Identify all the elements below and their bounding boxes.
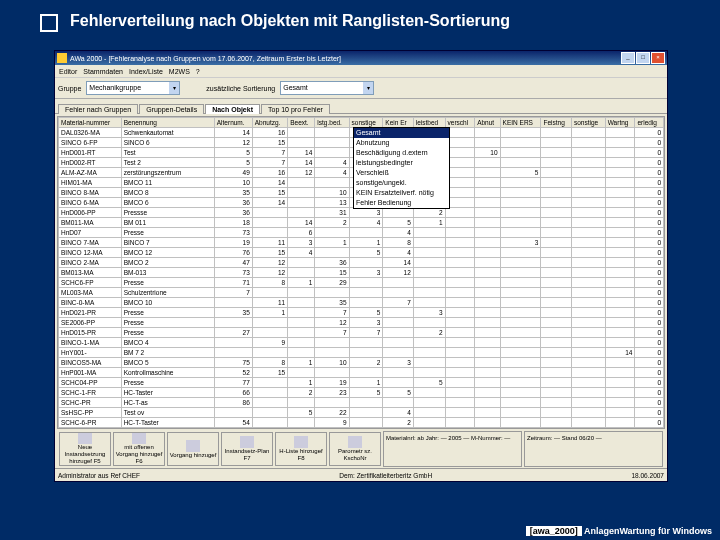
- app-icon: [57, 53, 67, 63]
- info-box-2: Zeitraum: — Stand 06/20 —: [524, 431, 663, 467]
- column-header[interactable]: leistbed: [413, 118, 445, 128]
- tab-gruppen-details[interactable]: Gruppen-Details: [139, 104, 204, 114]
- dropdown-item[interactable]: Gesamt: [354, 128, 449, 138]
- gruppe-label: Gruppe: [58, 85, 81, 92]
- tool-icon: [186, 440, 200, 452]
- column-header[interactable]: sonstige: [349, 118, 383, 128]
- tool-icon: [240, 436, 254, 448]
- column-header[interactable]: erledig: [635, 118, 664, 128]
- btn-instand-plan[interactable]: Instandsetz-Plan F7: [221, 432, 273, 466]
- tab-nach-objekt[interactable]: Nach Objekt: [205, 104, 260, 114]
- menu-item[interactable]: Stammdaten: [83, 68, 123, 75]
- table-row[interactable]: SCHC-1-FRHC-Taster66223550: [59, 388, 664, 398]
- btn-vorgang[interactable]: Vorgang hinzugef: [167, 432, 219, 466]
- gruppe-combo[interactable]: Mechanikgruppe ▾: [86, 81, 180, 95]
- minimize-button[interactable]: _: [621, 52, 635, 64]
- close-button[interactable]: ×: [651, 52, 665, 64]
- column-header[interactable]: Feistng: [541, 118, 571, 128]
- table-row[interactable]: BINCOS5-MABMCO 5758110230: [59, 358, 664, 368]
- tabstrip: Fehler nach Gruppen Gruppen-Details Nach…: [55, 99, 667, 114]
- table-row[interactable]: HnD006-PPPressse3631320: [59, 208, 664, 218]
- column-header[interactable]: verschl: [445, 118, 475, 128]
- column-header[interactable]: Kein Er: [383, 118, 413, 128]
- column-header[interactable]: sonstige: [571, 118, 605, 128]
- bullet-icon: [40, 14, 58, 32]
- status-company: Dem: Zertifikatleiterberitz GmbH: [148, 472, 623, 479]
- sort-label: zusätzliche Sortierung: [206, 85, 275, 92]
- table-row[interactable]: BINCO-1-MABMCO 490: [59, 338, 664, 348]
- window-title: AWa 2000 - [Fehleranalyse nach Gruppen v…: [70, 55, 341, 62]
- column-header[interactable]: Alternum.: [214, 118, 252, 128]
- dropdown-item[interactable]: Beschädigung d.extern: [354, 148, 449, 158]
- btn-neue-instandsetzung[interactable]: Neue Instandsetzung hinzugef F5: [59, 432, 111, 466]
- table-row[interactable]: SCHC04-PPPresse77119150: [59, 378, 664, 388]
- table-row[interactable]: HnD021-PRPresse3517530: [59, 308, 664, 318]
- btn-hliste[interactable]: H-Liste hinzugef F8: [275, 432, 327, 466]
- column-header[interactable]: Abnut: [475, 118, 500, 128]
- table-row[interactable]: SCHC-6-PRHC-T-Taster54920: [59, 418, 664, 428]
- statusbar: Administrator aus Ref CHEF Dem: Zertifik…: [55, 468, 667, 481]
- chevron-down-icon: ▾: [363, 82, 373, 94]
- tab-top10[interactable]: Top 10 pro Fehler: [261, 104, 330, 114]
- table-row[interactable]: ML003-MASchulzentrione70: [59, 288, 664, 298]
- menu-item[interactable]: Editor: [59, 68, 77, 75]
- dropdown-item[interactable]: Abnutzung: [354, 138, 449, 148]
- table-row[interactable]: SCHC-PRHC-T-as860: [59, 398, 664, 408]
- table-row[interactable]: SCHC6-FPPresse7181290: [59, 278, 664, 288]
- sort-dropdown-list[interactable]: Gesamt Abnutzung Beschädigung d.extern l…: [353, 127, 450, 209]
- menu-item[interactable]: Index/Liste: [129, 68, 163, 75]
- tool-icon: [78, 433, 92, 444]
- menu-item[interactable]: M2WS: [169, 68, 190, 75]
- dropdown-item[interactable]: Fehler Bedienung: [354, 198, 449, 208]
- slide-footer: [awa_2000] AnlagenWartung für Windows: [526, 526, 712, 536]
- table-row[interactable]: BINCO 2-MABMCO 2471236140: [59, 258, 664, 268]
- column-header[interactable]: Benennung: [121, 118, 214, 128]
- dropdown-item[interactable]: leistungsbedingter Verschleiß: [354, 158, 449, 178]
- column-header[interactable]: Wartng: [605, 118, 635, 128]
- dropdown-item[interactable]: sonstige/ungekl.: [354, 178, 449, 188]
- table-row[interactable]: BINCO 12-MABMCO 1276154540: [59, 248, 664, 258]
- footer-tag: [awa_2000]: [526, 526, 582, 536]
- table-row[interactable]: BINCO 7-MABINCO 71911311830: [59, 238, 664, 248]
- status-user: Administrator aus Ref CHEF: [58, 472, 140, 479]
- column-header[interactable]: Abnutzg.: [252, 118, 287, 128]
- tool-icon: [132, 433, 146, 444]
- column-header[interactable]: KEIN ERS: [500, 118, 541, 128]
- titlebar: AWa 2000 - [Fehleranalyse nach Gruppen v…: [55, 51, 667, 65]
- data-grid[interactable]: Material-nummerBenennungAlternum.Abnutzg…: [57, 116, 665, 438]
- tool-icon: [348, 436, 362, 448]
- chevron-down-icon: ▾: [169, 82, 179, 94]
- menu-item[interactable]: ?: [196, 68, 200, 75]
- table-row[interactable]: BM011-MABM 011181424510: [59, 218, 664, 228]
- btn-offener-vorgang[interactable]: mit offenen Vorgang hinzugef F6: [113, 432, 165, 466]
- tool-icon: [294, 436, 308, 448]
- sort-combo[interactable]: Gesamt ▾: [280, 81, 374, 95]
- maximize-button[interactable]: □: [636, 52, 650, 64]
- info-box-1: Materialnrl: ab Jahr: — 2005 — M-Nummer:…: [383, 431, 522, 467]
- toolbar: Gruppe Mechanikgruppe ▾ zusätzliche Sort…: [55, 78, 667, 99]
- tab-fehler-gruppen[interactable]: Fehler nach Gruppen: [58, 104, 138, 114]
- table-row[interactable]: HnD07Presse73640: [59, 228, 664, 238]
- footer-text: AnlagenWartung für Windows: [584, 526, 712, 536]
- table-row[interactable]: HnY001-BM 7 2140: [59, 348, 664, 358]
- slide-title: Fehlerverteilung nach Objekten mit Rangl…: [0, 0, 720, 30]
- table-row[interactable]: SsHSC-PPTest ov52240: [59, 408, 664, 418]
- table-row[interactable]: HnP001-MAKontrollmaschine52150: [59, 368, 664, 378]
- column-header[interactable]: Material-nummer: [59, 118, 122, 128]
- dropdown-item[interactable]: KEIN Ersatzteilverf. nötig: [354, 188, 449, 198]
- btn-parameter[interactable]: Parometr sz. KschoNr: [329, 432, 381, 466]
- bottom-toolbar: Neue Instandsetzung hinzugef F5 mit offe…: [57, 428, 665, 469]
- menubar: Editor Stammdaten Index/Liste M2WS ?: [55, 65, 667, 78]
- table-row[interactable]: BM013-MABM-0137312153120: [59, 268, 664, 278]
- app-window: AWa 2000 - [Fehleranalyse nach Gruppen v…: [54, 50, 668, 482]
- table-row[interactable]: HnD015-PRPresse277720: [59, 328, 664, 338]
- column-header[interactable]: Beext.: [288, 118, 315, 128]
- table-row[interactable]: BINC-0-MABMCO 10113570: [59, 298, 664, 308]
- status-date: 18.06.2007: [631, 472, 664, 479]
- column-header[interactable]: lstg.bed.: [315, 118, 349, 128]
- table-row[interactable]: SE2006-PPPresse1230: [59, 318, 664, 328]
